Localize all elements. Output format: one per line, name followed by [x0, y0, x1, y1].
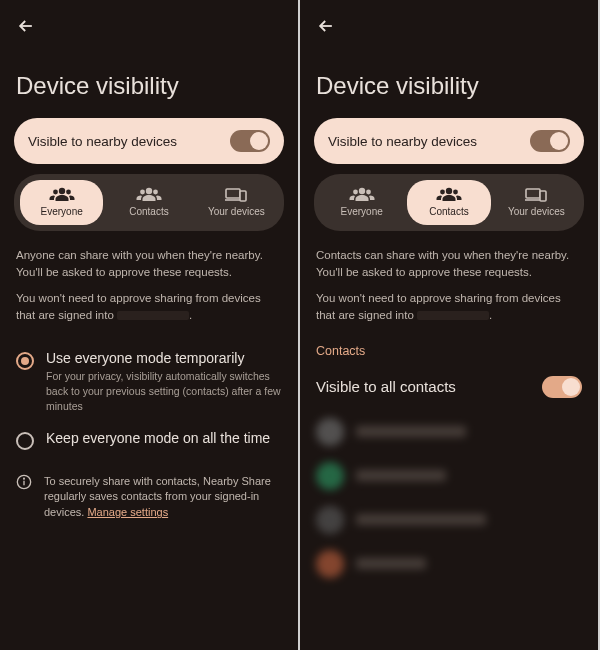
contact-list-item[interactable]	[300, 410, 598, 454]
devices-icon	[497, 186, 576, 204]
option-title: Keep everyone mode on all the time	[46, 430, 270, 447]
option-subtitle: For your privacy, visibility automatical…	[46, 366, 282, 413]
screen-contacts-mode: Device visibility Visible to nearby devi…	[300, 0, 598, 650]
visibility-toggle-card[interactable]: Visible to nearby devices	[14, 118, 284, 164]
all-contacts-toggle-row[interactable]: Visible to all contacts	[300, 364, 598, 410]
svg-point-1	[53, 190, 58, 195]
svg-point-2	[66, 190, 71, 195]
tab-label: Contacts	[109, 206, 188, 217]
option-temporary[interactable]: Use everyone mode temporarily For your p…	[16, 342, 282, 422]
svg-point-14	[446, 188, 452, 194]
tab-label: Everyone	[22, 206, 101, 217]
tab-your-devices[interactable]: Your devices	[195, 180, 278, 225]
avatar	[316, 506, 344, 534]
svg-point-13	[366, 190, 371, 195]
info-footer: To securely share with contacts, Nearby …	[0, 458, 298, 522]
everyone-icon	[322, 186, 401, 204]
contact-list-item[interactable]	[300, 498, 598, 542]
tab-contacts[interactable]: Contacts	[407, 180, 490, 225]
tab-everyone[interactable]: Everyone	[20, 180, 103, 225]
visibility-toggle-label: Visible to nearby devices	[328, 134, 477, 149]
back-button[interactable]	[0, 0, 298, 42]
avatar	[316, 462, 344, 490]
contact-name	[356, 514, 486, 525]
contacts-icon	[109, 186, 188, 204]
tab-label: Everyone	[322, 206, 401, 217]
svg-rect-17	[526, 189, 540, 198]
tab-your-devices[interactable]: Your devices	[495, 180, 578, 225]
contact-name	[356, 470, 446, 481]
contacts-section-label: Contacts	[300, 324, 598, 364]
screen-everyone-mode: Device visibility Visible to nearby devi…	[0, 0, 300, 650]
description-primary: Anyone can share with you when they're n…	[0, 231, 298, 280]
page-title: Device visibility	[0, 42, 298, 118]
visibility-switch[interactable]	[230, 130, 270, 152]
avatar	[316, 550, 344, 578]
tab-label: Your devices	[497, 206, 576, 217]
tab-everyone[interactable]: Everyone	[320, 180, 403, 225]
svg-point-12	[353, 190, 358, 195]
tab-contacts[interactable]: Contacts	[107, 180, 190, 225]
svg-point-0	[58, 188, 64, 194]
radio-icon	[16, 432, 34, 450]
info-text: To securely share with contacts, Nearby …	[44, 474, 282, 522]
redacted-account	[417, 311, 489, 320]
arrow-left-icon	[16, 16, 36, 36]
avatar	[316, 418, 344, 446]
arrow-left-icon	[316, 16, 336, 36]
tab-label: Your devices	[197, 206, 276, 217]
svg-rect-18	[540, 191, 546, 201]
radio-icon	[16, 352, 34, 370]
option-title: Use everyone mode temporarily	[46, 350, 282, 367]
svg-point-11	[358, 188, 364, 194]
contact-name	[356, 558, 426, 569]
info-icon	[16, 474, 32, 490]
all-contacts-label: Visible to all contacts	[316, 378, 456, 395]
svg-point-15	[440, 190, 445, 195]
back-button[interactable]	[300, 0, 598, 42]
visibility-toggle-card[interactable]: Visible to nearby devices	[314, 118, 584, 164]
description-secondary: You won't need to approve sharing from d…	[300, 280, 598, 323]
page-title: Device visibility	[300, 42, 598, 118]
svg-point-10	[24, 478, 25, 479]
visibility-tabs: Everyone Contacts Your devices	[314, 174, 584, 231]
svg-point-3	[146, 188, 152, 194]
tab-label: Contacts	[409, 206, 488, 217]
description-primary: Contacts can share with you when they're…	[300, 231, 598, 280]
description-secondary: You won't need to approve sharing from d…	[0, 280, 298, 323]
contact-list-item[interactable]	[300, 542, 598, 586]
visibility-toggle-label: Visible to nearby devices	[28, 134, 177, 149]
all-contacts-switch[interactable]	[542, 376, 582, 398]
devices-icon	[197, 186, 276, 204]
svg-point-16	[453, 190, 458, 195]
contact-list-item[interactable]	[300, 454, 598, 498]
svg-point-5	[153, 190, 158, 195]
option-always[interactable]: Keep everyone mode on all the time	[16, 422, 282, 458]
svg-rect-7	[240, 191, 246, 201]
manage-settings-link[interactable]: Manage settings	[87, 506, 168, 518]
visibility-tabs: Everyone Contacts Your devices	[14, 174, 284, 231]
contact-name	[356, 426, 466, 437]
svg-rect-6	[226, 189, 240, 198]
redacted-account	[117, 311, 189, 320]
everyone-icon	[22, 186, 101, 204]
visibility-switch[interactable]	[530, 130, 570, 152]
contacts-icon	[409, 186, 488, 204]
svg-point-4	[140, 190, 145, 195]
everyone-mode-options: Use everyone mode temporarily For your p…	[0, 324, 298, 458]
